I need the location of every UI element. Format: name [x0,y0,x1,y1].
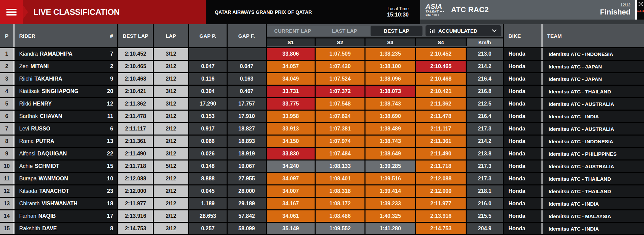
rider-last-name: PUTRA [36,138,54,144]
sector2-cell: 1:08.401 [316,173,364,184]
team-cell: Idemitsu ATC - INDIA [543,198,644,209]
team-cell: Idemitsu ATC - INDONESIA [543,48,644,60]
header-session-zone: ASIA TALENT CUP ATC RAC2 12/12 Finished [420,0,644,24]
sector2-cell: 1:07.372 [316,86,364,97]
table-row[interactable]: 1 Kiandra RAMADHIPA 7 2:10.452 3/12 33.8… [0,48,644,60]
rider-last-name: SINGHAPONG [41,88,78,94]
rider-first-name: Burapa [19,176,37,182]
sector3-cell: 1:38.690 [365,111,415,122]
table-row[interactable]: 14 Farhan NAQIB 17 2:13.916 2/12 28.653 … [0,210,644,222]
sector1-cell: 34.057 [267,61,315,72]
tab-current-lap[interactable]: CURRENT LAP [267,26,319,36]
menu-button[interactable] [0,0,23,24]
table-row[interactable]: 4 Kiattisak SINGHAPONG 20 2:10.421 3/12 … [0,86,644,97]
rider-first-name: Kiandra [19,51,38,57]
rider-first-name: Riichi [19,76,32,82]
column-header-s3: S3 [365,38,415,46]
session-status: Finished [600,8,631,16]
table-row[interactable]: 12 Kitsada TANACHOT 23 2:12.000 2/12 0.0… [0,185,644,197]
column-header-best-lap: BEST LAP [118,24,153,47]
rider-last-name: RUSSO [31,126,50,132]
accumulated-dropdown[interactable]: ACCUMULATED [426,25,501,36]
table-row[interactable]: 3 Riichi TAKAHIRA 9 2:10.468 2/12 0.116 … [0,73,644,85]
team-cell: Idemitsu ATC - MALAYSIA [543,210,644,222]
lap-count-cell: 2/12 [154,185,188,197]
bike-cell: Honda [504,61,541,72]
sector4-cell: 2:11.361 [416,136,466,147]
gap-previous-cell: 0.026 [189,148,227,159]
event-name: QATAR AIRWAYS GRAND PRIX OF QATAR [215,9,312,15]
rider-cell: Achie SCHMIDT 15 [14,160,117,172]
table-row[interactable]: 7 Levi RUSSO 6 2:11.117 2/12 0.917 18.82… [0,123,644,135]
rider-number: 2 [110,63,113,70]
position-cell: 2 [0,61,13,72]
sector-labels: S1 S2 S3 S4 Km/h [267,37,503,46]
table-row[interactable]: 5 Rikki HENRY 12 2:11.362 3/12 17.290 17… [0,98,644,110]
tab-best-lap[interactable]: BEST LAP [371,26,422,36]
best-lap-cell: 2:11.362 [118,98,153,110]
lap-count-cell: 3/12 [154,148,188,159]
top-speed-cell: 217.3 [467,123,503,135]
rider-label: RIDER [19,33,35,39]
best-lap-cell: 2:10.465 [118,61,153,72]
team-cell: Idemitsu ATC - THAILAND [543,185,644,197]
rider-first-name: Rakshith [19,226,40,232]
table-header: P RIDER # BEST LAP LAP GAP P. GAP F. CUR… [0,24,644,47]
position-cell: 7 [0,123,13,135]
table-row[interactable]: 9 Alfonsi DAQUIGAN 22 2:11.490 3/12 0.02… [0,148,644,159]
column-header-gap-f: GAP F. [228,24,266,47]
fullscreen-icon[interactable] [638,1,643,8]
team-cell: Idemitsu ATC - THAILAND [543,86,644,97]
table-body: 1 Kiandra RAMADHIPA 7 2:10.452 3/12 33.8… [0,47,644,235]
table-row[interactable]: 2 Zen MITANI 2 2:10.465 2/12 0.047 0.047… [0,61,644,72]
gap-first-cell: 18.919 [228,148,266,159]
table-row[interactable]: 6 Sarthak CHAVAN 11 2:11.478 2/12 0.153 … [0,111,644,122]
bike-cell: Honda [504,198,541,209]
column-header-gap-p: GAP P. [189,24,227,47]
bike-cell: Honda [504,48,541,60]
table-row[interactable]: 8 Rama PUTRA 13 2:11.361 2/12 0.066 18.8… [0,136,644,147]
gap-previous-cell [189,48,227,60]
position-cell: 10 [0,160,13,172]
best-lap-cell: 2:10.452 [118,48,153,60]
local-time-value: 15:10:30 [387,11,409,18]
rider-last-name: RAMADHIPA [40,51,72,57]
lap-count-cell: 2/12 [154,123,188,135]
top-header: LIVE CLASSIFICATION QATAR AIRWAYS GRAND … [0,0,644,24]
position-cell: 14 [0,210,13,222]
rider-number: 12 [107,100,113,107]
app-version: 1.8.4 [637,9,644,12]
table-row[interactable]: 10 Achie SCHMIDT 15 2:11.718 5/12 0.148 … [0,160,644,172]
sector4-cell: 2:11.977 [416,198,466,209]
table-row[interactable]: 11 Burapa WANMOON 10 2:12.088 2/12 8.888… [0,173,644,184]
rider-number: 11 [107,113,113,120]
local-time: Local Time 15:10:30 [387,6,409,18]
top-speed-cell: 216.4 [467,73,503,85]
position-cell: 4 [0,86,13,97]
rider-cell: Kiandra RAMADHIPA 7 [14,48,117,60]
lap-count-cell: 2/12 [154,111,188,122]
rider-number: 10 [107,175,113,182]
gap-first-cell [228,48,266,60]
table-row[interactable]: 13 Chiranth VISHWANATH 18 2:11.977 2/12 … [0,198,644,209]
lap-counter: 12/12 [600,3,631,8]
table-row[interactable]: 15 Rakshith DAVE 8 2:14.753 3/12 0.257 5… [0,223,644,234]
sector1-cell: 33.775 [267,98,315,110]
position-cell: 1 [0,48,13,60]
column-header-kmh: Km/h [467,38,503,46]
gap-previous-cell: 0.304 [189,86,227,97]
tab-last-lap[interactable]: LAST LAP [319,26,371,36]
sector1-cell: 34.150 [267,136,315,147]
sector2-cell: 1:08.486 [316,210,364,222]
rider-number: 9 [110,76,113,82]
gap-first-cell: 18.893 [228,136,266,147]
sector1-cell: 35.149 [267,223,315,234]
column-header-s1: S1 [267,38,315,46]
rider-number: 23 [107,188,113,195]
column-header-bike: BIKE [504,24,541,47]
sector3-cell: 1:40.325 [365,210,415,222]
column-header-position: P [0,24,13,47]
rider-number: 7 [110,51,113,57]
position-cell: 13 [0,198,13,209]
sector3-cell: 1:38.096 [365,73,415,85]
